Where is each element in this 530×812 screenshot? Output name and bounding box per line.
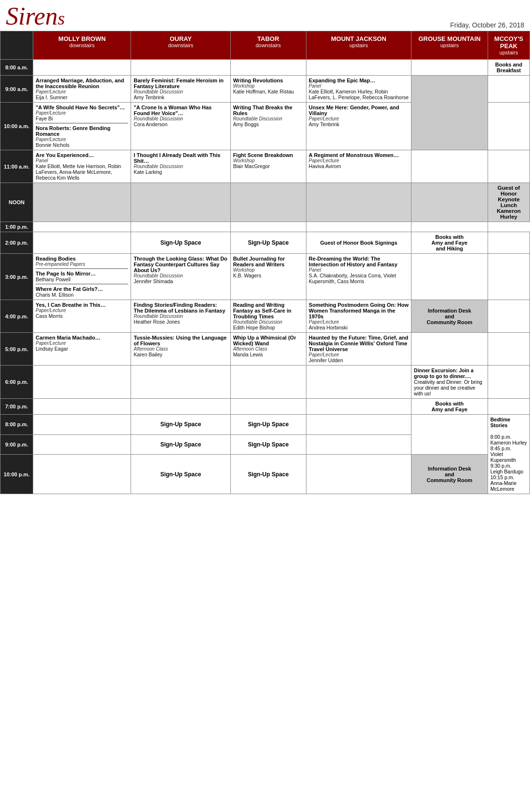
event-cell: "A Wife Should Have No Secrets"…Paper/Le… [33,103,131,150]
event-type: Roundtable Discussion [133,273,227,278]
room-floor: downstairs [233,42,304,48]
event-title: Tussie-Mussies: Using the Language of Fl… [133,335,227,346]
schedule-row: 10:00 p.m.Sign-Up SpaceSign-Up SpaceInfo… [0,455,530,494]
col-mount-jackson: MOUNT JACKSON upstairs [306,31,411,60]
event-people: Faye Bi [36,116,128,121]
room-name: MOUNT JACKSON [309,35,409,42]
time-label: 6:00 p.m. [0,366,33,399]
event-cell [230,60,306,76]
event-cell: Haunted by the Future: Time, Grief, and … [306,333,411,366]
event-cell [33,434,131,455]
event-cell: Something Postmodern Going On: How Women… [306,300,411,333]
room-name: TABOR [233,35,304,42]
time-label: 8:00 p.m. [0,415,33,435]
event-title: Reading and Writing Fantasy as Self-Care… [233,302,304,319]
event-cell: Tussie-Mussies: Using the Language of Fl… [131,333,230,366]
event-people: S.A. Chakraborty, Jessica Corra, Violet … [309,273,409,284]
event-type: Roundtable Discussion [133,314,227,319]
event-title: A Regiment of Monstrous Women… [309,152,409,158]
event-people: Kate Elliott, Mette Ivie Harrison, Robin… [36,163,128,181]
room-floor: downstairs [133,42,227,48]
event-cell [131,399,230,415]
event-cell [33,366,131,399]
schedule-row: 4:00 p.m.Yes, I Can Breathe in This…Pape… [0,300,530,333]
header: Sirens Friday, October 26, 2018 [0,0,530,31]
event-people: K.B. Wagers [233,273,304,278]
event-title: Are You Experienced… [36,152,128,158]
event-cell: I Thought I Already Dealt with This Shit… [131,150,230,183]
event-people: Kate Larking [133,169,227,175]
event-cell [488,76,530,103]
room-name: OURAY [133,35,227,42]
event-cell: Finding Stories/Finding Readers: The Dil… [131,300,230,333]
schedule-row: 5:00 p.m.Carmen Maria Machado…Paper/Lect… [0,333,530,366]
event-type: Paper/Lecture [309,319,409,325]
event-people: Karen Bailey [133,352,227,357]
event-cell: Barely Feminist: Female Heroism in Fanta… [131,76,230,103]
event-cell [306,366,411,399]
event-cell: Through the Looking Glass: What Do Fanta… [131,254,230,300]
event-title: Reading Bodies [36,256,128,262]
time-label: 1:00 p.m. [0,222,33,232]
event-title: Expanding the Epic Map… [309,78,409,83]
col-mccoys-peak: MCCOY'S PEAK upstairs [488,31,530,60]
event-cell: Guest of Honor Book Signings [306,232,411,254]
event-cell [33,399,131,415]
event-people: Edith Hope Bishop [233,325,304,330]
event-people: Amy Boggs [233,121,304,127]
schedule-row: 1:00 p.m. [0,222,530,232]
time-label: 8:00 a.m. [0,60,33,76]
event-type: Roundtable Discussion [233,116,304,121]
room-name: MCCOY'S PEAK [490,35,527,50]
event-cell: Sign-Up Space [230,434,306,455]
event-title: Haunted by the Future: Time, Grief, and … [309,335,409,352]
time-label: 5:00 p.m. [0,333,33,366]
event-cell: Reading and Writing Fantasy as Self-Care… [230,300,306,333]
time-label: 4:00 p.m. [0,300,33,333]
time-label: 9:00 p.m. [0,434,33,455]
event-people: Eija I. Sumner [36,94,128,100]
event-type: Workshop [233,158,304,163]
room-floor: upstairs [309,42,409,48]
event-people: Heather Rose Jones [133,319,227,325]
time-label: 10:00 p.m. [0,455,33,494]
event-type: Paper/Lecture [36,308,128,313]
event-cell [488,333,530,366]
event-cell [488,232,530,254]
event-people: Cass Morris [36,313,128,319]
event-type: Paper/Lecture [36,137,128,142]
event-type: Paper/Lecture [36,341,128,346]
event-cell: Information DeskandCommunity Room [411,300,488,333]
event-cell: Books withAmy and Fayeand Hiking [411,232,488,254]
event-people: Haviva Avirom [309,163,409,169]
event-cell [488,366,530,399]
time-label: 7:00 p.m. [0,399,33,415]
event-cell [411,183,488,222]
event-cell [306,183,411,222]
event-cell [230,399,306,415]
event-cell: Books and Breakfast [488,60,530,76]
schedule-row: 11:00 a.m.Are You Experienced…PanelKate … [0,150,530,183]
event-cell [411,333,488,366]
event-cell: Are You Experienced…PanelKate Elliott, M… [33,150,131,183]
event-title: Arranged Marriage, Abduction, and the In… [36,78,128,89]
col-ouray: OURAY downstairs [131,31,230,60]
event-type: Roundtable Discussion [133,116,227,121]
event-cell [411,76,488,150]
event-people: Katie Hoffman, Kate Ristau [233,89,304,94]
event-cell [306,434,411,455]
event-cell [488,399,530,415]
event-cell: Arranged Marriage, Abduction, and the In… [33,76,131,103]
event-title: Finding Stories/Finding Readers: The Dil… [133,302,227,314]
event-cell [33,455,131,494]
event-cell [306,455,411,494]
event-title: "A Wife Should Have No Secrets"… [36,105,128,110]
event-cell [306,415,411,435]
event-cell: Sign-Up Space [230,455,306,494]
event-cell [33,60,131,76]
event-title: The Page Is No Mirror… [36,271,128,276]
event-cell: Bedtime Stories8:00 p.m.Kameron Hurley8:… [488,415,530,494]
event-cell: Dinner Excursion: Join a group to go to … [411,366,488,399]
event-type: Roundtable Discussion [233,319,304,325]
event-people: Kate Elliott, Kameron Hurley, Robin LaFe… [309,89,409,100]
